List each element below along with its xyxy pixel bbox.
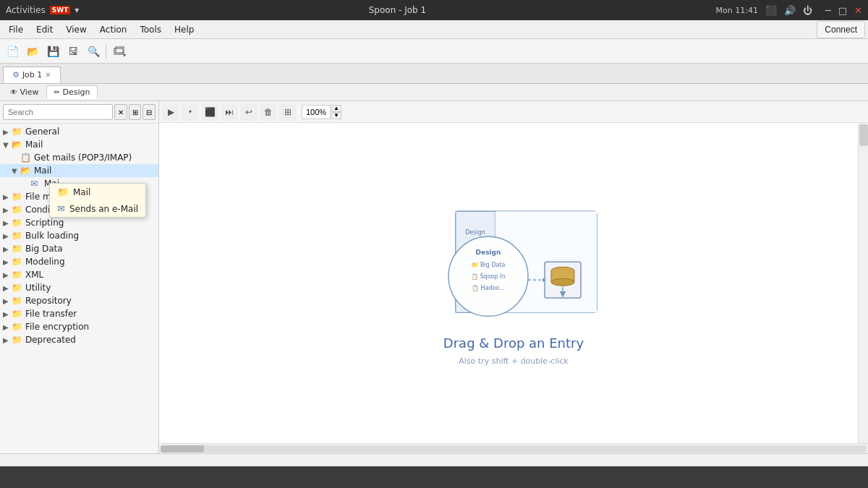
folder-mail-sub-icon: 📂 [20,166,32,176]
tree-item-scripting[interactable]: ▶ 📁 Scripting [0,216,158,229]
design-tab[interactable]: ✏ Design [46,85,98,99]
expand-tree-button[interactable]: ⊞ [129,104,142,120]
xml-label: XML [25,270,43,280]
tree-item-xml[interactable]: ▶ 📁 XML [0,268,158,281]
horizontal-scrollbar[interactable] [159,443,868,453]
folder-mail-icon: 📂 [12,140,23,150]
job1-tab[interactable]: ⚙ Job 1 ✕ [3,67,61,83]
tree-item-repository[interactable]: ▶ 📁 Repository [0,294,158,307]
zoom-up-button[interactable]: ▲ [331,105,341,112]
close-icon[interactable]: ✕ [854,5,862,16]
tree-item-big-data[interactable]: ▶ 📁 Big Data [0,242,158,255]
folder-file-encryption-icon: 📁 [12,322,23,332]
tree: ▶ 📁 General ▼ 📂 Mail 📋 Get mails (POP3/I… [0,124,158,453]
menu-edit[interactable]: Edit [30,22,59,37]
activities-label[interactable]: Activities [6,5,46,15]
menu-file[interactable]: File [3,22,29,37]
main-area: ✕ ⊞ ⊟ ▶ 📁 General ▼ 📂 Mail 📋 Get mails ( [0,101,868,453]
design-tab-label: Design [63,87,90,97]
expand-mail-sub-icon: ▼ [12,167,20,175]
job1-tab-label: Job 1 [22,70,42,80]
network-icon: ⬛ [765,5,777,16]
folder-file-mgmt-icon: 📁 [12,192,23,202]
run-dropdown-button[interactable]: ▾ [182,103,199,121]
tree-item-general[interactable]: ▶ 📁 General [0,125,158,138]
tree-item-utility[interactable]: ▶ 📁 Utility [0,281,158,294]
folder-xml-icon: 📁 [12,270,23,280]
svg-text:📋 Sqoop In: 📋 Sqoop In [471,273,506,280]
tree-item-mail[interactable]: ▼ 📂 Mail [0,138,158,151]
tooltip-sends-email[interactable]: ✉ Sends an e-Mail [50,200,145,217]
canvas[interactable]: Design Big Data Sqoop In Hadoo... [159,123,868,443]
maximize-icon[interactable]: □ [838,5,847,16]
tooltip-mail-label: Mail [73,187,90,197]
svg-point-12 [551,278,574,286]
tooltip-sends-email-label: Sends an e-Mail [69,204,138,214]
utility-label: Utility [25,283,51,293]
expand-scripting-icon: ▶ [3,219,12,227]
search-clear-button[interactable]: ✕ [114,104,127,120]
collapse-tree-button[interactable]: ⊟ [142,104,156,120]
menu-tools[interactable]: Tools [134,22,167,37]
connect-button[interactable]: Connect [817,21,865,38]
runto-button[interactable]: ⏭ [221,103,238,121]
drag-drop-subtitle: Also try shift + double-click [459,356,568,366]
volume-icon: 🔊 [784,5,796,16]
tree-item-file-encryption[interactable]: ▶ 📁 File encryption [0,320,158,333]
tree-item-mail-sub[interactable]: ▼ 📂 Mail [0,164,158,177]
clock: Mon 11:41 [716,6,758,15]
minimize-icon[interactable]: ─ [825,5,831,16]
view-tab[interactable]: 👁 View [3,86,46,98]
expand-file-mgmt-icon: ▶ [3,193,12,201]
menu-view[interactable]: View [60,22,92,37]
view-design-tabs: 👁 View ✏ Design [0,84,868,101]
statusbar [0,453,868,466]
drag-drop-title: Drag & Drop an Entry [443,335,584,351]
folder-modeling-icon: 📁 [12,257,23,267]
tooltip-folder-icon: 📁 [57,187,69,197]
step-button[interactable]: ↩ [240,103,258,121]
run-button[interactable]: ▶ [162,103,179,121]
clear-button[interactable]: 🗑 [260,103,277,121]
menu-help[interactable]: Help [169,22,200,37]
explore-button[interactable]: 🔍 [84,42,103,61]
tooltip-mail-option[interactable]: 📁 Mail [50,184,145,200]
icon-mail-item: ✉ [30,179,42,189]
job1-tab-close[interactable]: ✕ [45,71,51,79]
folder-deprecated-icon: 📁 [12,335,23,345]
titlebar: Activities SWT ▾ Spoon - Job 1 Mon 11:41… [0,0,868,20]
big-data-label: Big Data [25,244,63,254]
drag-drop-area: Design Big Data Sqoop In Hadoo... [416,182,611,366]
folder-file-transfer-icon: 📁 [12,309,23,319]
stop-button[interactable]: ⬛ [201,103,218,121]
layers-button[interactable]: ▾ [109,42,128,61]
expand-mail-icon: ▼ [3,141,12,149]
expand-deprecated-icon: ▶ [3,336,12,344]
file-transfer-label: File transfer [25,309,77,319]
menu-action[interactable]: Action [94,22,133,37]
icon-get-mails: 📋 [20,153,32,163]
save-as-button[interactable]: 🖫 [64,42,82,61]
tree-item-get-mails[interactable]: 📋 Get mails (POP3/IMAP) [0,151,158,164]
svg-text:Design: Design [476,249,501,256]
repository-label: Repository [25,296,72,306]
vertical-scrollbar[interactable] [858,123,868,443]
save-button[interactable]: 💾 [43,42,62,61]
tree-item-deprecated[interactable]: ▶ 📁 Deprecated [0,333,158,346]
tooltip-envelope-icon: ✉ [57,203,65,214]
tree-item-file-transfer[interactable]: ▶ 📁 File transfer [0,307,158,320]
swt-badge: SWT [50,6,71,14]
menubar: File Edit View Action Tools Help Connect [0,20,868,39]
svg-text:Design: Design [465,229,485,236]
canvas-illustration: Design Big Data Sqoop In Hadoo... [416,182,611,327]
grid-button[interactable]: ⊞ [279,103,297,121]
get-mails-label: Get mails (POP3/IMAP) [34,153,132,163]
tree-item-modeling[interactable]: ▶ 📁 Modeling [0,255,158,268]
job-tab-icon: ⚙ [12,70,20,80]
tree-item-bulk-loading[interactable]: ▶ 📁 Bulk loading [0,229,158,242]
zoom-input[interactable] [302,105,331,119]
zoom-down-button[interactable]: ▼ [331,112,341,119]
search-input[interactable] [3,104,113,120]
new-button[interactable]: 📄 [3,42,22,61]
open-button[interactable]: 📂 [23,42,42,61]
